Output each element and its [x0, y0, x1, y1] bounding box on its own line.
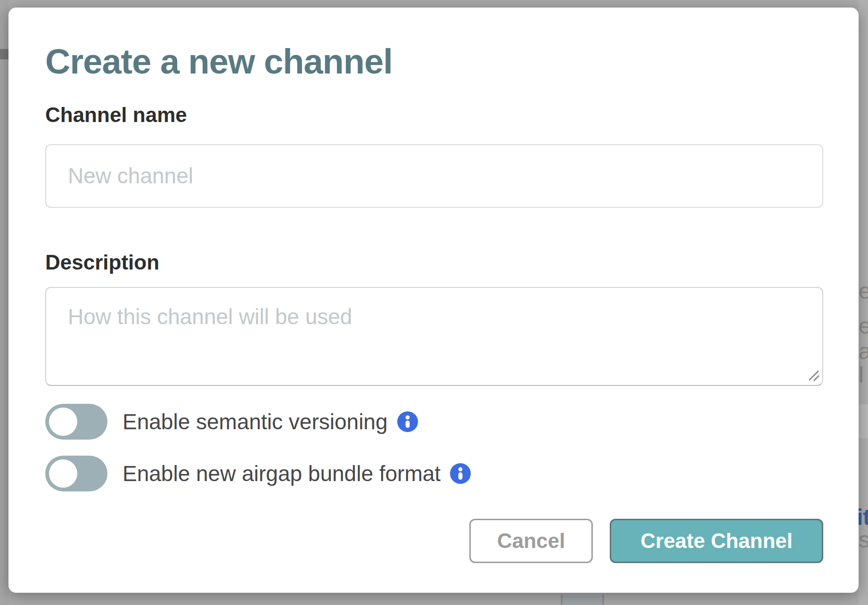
backdrop-text-fragment: s — [859, 529, 868, 551]
info-icon[interactable] — [397, 411, 418, 432]
semantic-versioning-label: Enable semantic versioning — [123, 411, 388, 433]
backdrop-left-strip — [0, 0, 8, 605]
airgap-bundle-label: Enable new airgap bundle format — [123, 463, 441, 484]
airgap-bundle-row: Enable new airgap bundle format — [45, 456, 823, 491]
create-channel-button[interactable]: Create Channel — [610, 519, 823, 563]
semantic-versioning-toggle[interactable] — [45, 404, 107, 440]
airgap-bundle-toggle[interactable] — [45, 456, 107, 491]
backdrop-text-fragment: a — [859, 340, 868, 363]
backdrop-link-fragment: it — [859, 506, 868, 529]
channel-name-label: Channel name — [45, 105, 823, 125]
info-icon[interactable] — [450, 463, 471, 484]
toggle-knob — [49, 408, 77, 436]
backdrop-row-fragment — [859, 404, 868, 438]
backdrop-button-fragment — [561, 595, 604, 605]
create-channel-modal: Create a new channel Channel name Descri… — [8, 8, 859, 593]
backdrop-text-fragment: e — [859, 315, 868, 337]
description-textarea[interactable] — [45, 287, 823, 386]
backdrop-fragment — [0, 49, 8, 59]
modal-footer: Cancel Create Channel — [45, 519, 823, 563]
modal-title: Create a new channel — [45, 43, 823, 80]
backdrop-right-strip: e e a l it s — [859, 0, 868, 605]
semantic-versioning-row: Enable semantic versioning — [45, 404, 823, 440]
resize-handle-icon[interactable] — [807, 369, 819, 381]
toggle-knob — [49, 459, 77, 488]
channel-name-input[interactable] — [45, 144, 823, 208]
cancel-button[interactable]: Cancel — [469, 519, 593, 563]
backdrop-text-fragment: l — [859, 364, 864, 386]
backdrop-text-fragment: e — [859, 280, 868, 302]
description-label: Description — [45, 252, 823, 273]
